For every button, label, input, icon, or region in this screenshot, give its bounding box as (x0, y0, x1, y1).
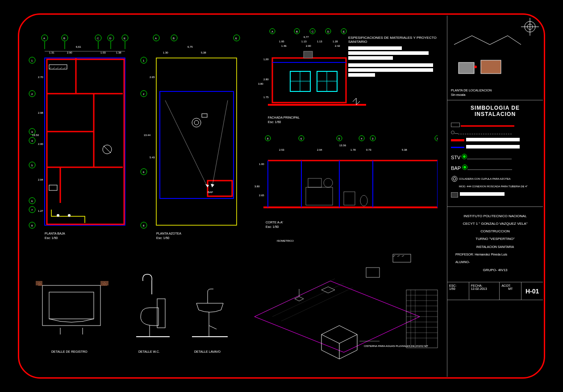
fachada-view: A B C D E 6,77 1.95 1.13 1.13 1.28 1.46 … (250, 27, 371, 118)
svg-text:1.46: 1.46 (281, 45, 287, 47)
svg-text:1,00: 1,00 (263, 58, 269, 61)
svg-text:B: B (173, 37, 175, 40)
svg-text:A: A (155, 37, 157, 40)
corte-label: CORTE A-A' (266, 221, 283, 224)
svg-text:1.30: 1.30 (163, 51, 168, 54)
planta-azotea-label: PLANTA AZOTEA (156, 232, 181, 235)
svg-marker-89 (211, 184, 214, 187)
svg-text:2.90: 2.90 (67, 51, 72, 54)
svg-rect-175 (49, 292, 94, 319)
svg-text:1.38: 1.38 (116, 51, 121, 54)
svg-text:B: B (296, 30, 298, 33)
svg-text:1.03: 1.03 (100, 51, 106, 54)
svg-point-8 (453, 177, 456, 180)
stv-label: STV (451, 155, 460, 160)
svg-rect-57 (49, 65, 67, 69)
subject: INSTALACION SANITARIA (451, 245, 539, 248)
svg-text:2.65: 2.65 (150, 76, 155, 78)
planta-baja-label: PLANTA BAJA (45, 232, 65, 235)
svg-point-59 (68, 214, 71, 217)
svg-text:1.75: 1.75 (263, 96, 269, 99)
svg-text:1: 1 (437, 137, 438, 140)
svg-text:3.80: 3.80 (254, 185, 260, 188)
svg-point-155 (360, 195, 367, 206)
svg-rect-80 (156, 58, 237, 225)
svg-point-7 (452, 176, 457, 182)
svg-text:C: C (312, 30, 314, 33)
acot-value: MT (501, 287, 519, 290)
svg-point-58 (57, 214, 59, 217)
svg-text:C: C (97, 37, 99, 40)
student-label: ALUMNO- (451, 260, 539, 264)
corte-view: 8 6 5 4 3 1 13.36 2.53 2.94 1.78 0.73 5.… (250, 134, 438, 225)
svg-rect-53 (47, 59, 124, 224)
svg-line-55 (104, 146, 111, 153)
svg-line-87 (212, 100, 228, 187)
svg-text:2.70: 2.70 (38, 76, 43, 78)
svg-text:1.13: 1.13 (317, 40, 322, 43)
svg-text:1.28: 1.28 (333, 40, 338, 43)
svg-text:E: E (124, 37, 125, 40)
sheet-info-section: ESC: 1/50 FECHA: 12-02-2013 ACOT: MT H-0… (447, 282, 543, 300)
svg-text:2.90: 2.90 (306, 45, 311, 47)
location-label: PLANTA DE LOCALIZACION (451, 89, 492, 92)
detalle-wc-view: DETALLE W.C. (129, 268, 183, 350)
symbology-title: SIMBOLOGIA DE INSTALACION (451, 105, 539, 117)
svg-rect-116 (304, 51, 313, 58)
esc-label: ESC: (449, 284, 467, 287)
svg-text:5.38: 5.38 (402, 149, 407, 151)
svg-text:1.78: 1.78 (350, 149, 356, 151)
institution: INSTITUTO POLITECNICO NACIONAL (451, 214, 539, 218)
corte-scale: Esc: 1/50 (266, 225, 279, 228)
svg-text:2.94: 2.94 (38, 178, 43, 181)
svg-rect-152 (308, 178, 321, 187)
svg-line-86 (165, 100, 208, 187)
svg-text:ISOMETRICO: ISOMETRICO (277, 239, 294, 242)
svg-rect-4 (459, 62, 474, 74)
prof-name: Hernandez Pineda Luis (475, 253, 507, 256)
planta-baja-view: A B C D E 6,61 1.31 2.90 1.03 1.38 1 2 3… (27, 33, 129, 231)
svg-rect-52 (45, 58, 125, 225)
drain-label: COLADERA CON CUPULA PARA AZOTEA (459, 177, 511, 180)
svg-text:E: E (235, 37, 237, 40)
svg-point-153 (324, 178, 333, 187)
svg-text:1.27: 1.27 (38, 210, 43, 212)
conn-label: MOD. 444 CONEXION ROSCADA PARA TUBERIA D… (451, 185, 539, 188)
esc-value: 1/50 (449, 287, 467, 290)
svg-text:3.80: 3.80 (258, 83, 263, 85)
planta-azotea-view: A B E 6,75 1.30 5,38 1 2 6 8 2.65 13.44 … (138, 33, 241, 231)
svg-text:1.31: 1.31 (49, 51, 54, 54)
svg-rect-81 (160, 91, 234, 198)
svg-text:6,61: 6,61 (76, 45, 81, 48)
svg-point-6 (474, 66, 477, 68)
svg-text:6,75: 6,75 (188, 45, 193, 48)
group-value: 4IV13 (498, 268, 508, 272)
svg-text:2.00: 2.00 (38, 143, 43, 145)
svg-rect-114 (272, 58, 346, 103)
svg-text:13.50: 13.50 (32, 134, 39, 136)
svg-text:1.00: 1.00 (259, 163, 264, 165)
svg-text:CISTERNA PARA AGUAS PLUVIALES : CISTERNA PARA AGUAS PLUVIALES DE 2X2X2 M… (364, 345, 428, 347)
svg-text:13.36: 13.36 (339, 144, 346, 147)
course: CONSTRUCCION (451, 229, 539, 233)
symbology-section: SIMBOLOGIA DE INSTALACION — STV BAP COLA… (447, 100, 543, 207)
svg-rect-154 (344, 192, 355, 205)
shift: TURNO "VESPERTINO" (451, 237, 539, 241)
group-label: GRUPO- (483, 268, 497, 272)
bap-label: BAP (451, 165, 461, 171)
svg-text:2.98: 2.98 (38, 111, 43, 114)
detalle-registro-view: DETALLE DE REGISTRO (33, 268, 114, 350)
svg-text:B: B (63, 37, 65, 40)
detalle-reg-label: DETALLE DE REGISTRO (51, 350, 88, 353)
svg-rect-151 (306, 187, 333, 205)
svg-text:2.42: 2.42 (335, 45, 340, 47)
svg-point-84 (194, 120, 199, 125)
svg-text:A: A (271, 30, 273, 33)
prof-label: PROFESOR: (455, 253, 474, 256)
title-block: PLANTA DE LOCALIZACION Sin escala SIMBOL… (447, 16, 543, 377)
svg-text:5.43: 5.43 (150, 156, 155, 159)
svg-text:2.53: 2.53 (279, 149, 284, 151)
fachada-label: FACHADA PRINCIPAL (268, 116, 300, 119)
svg-rect-177 (100, 281, 108, 285)
svg-text:2.94: 2.94 (317, 149, 322, 151)
